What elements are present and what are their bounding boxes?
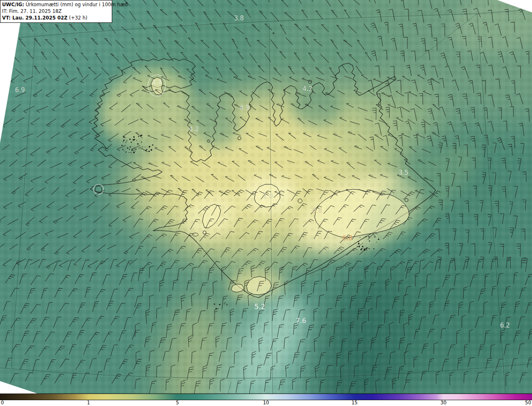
precip-label: 4.3 [239,104,249,112]
colorbar-tick-10: 10 [263,400,269,406]
colorbar-tick-1: 1 [87,400,90,406]
precip-label: 3.5 [399,169,409,176]
precip-label: 1.0 [263,193,273,200]
colorbar-gradient [0,394,532,400]
title-box: UWC/IG: Úrkomumætti (mm) og vindur i 100… [0,0,112,23]
product-description: Úrkomumætti (mm) og vindur i 100m hæð [24,2,128,7]
precip-label: 6.9 [15,86,25,94]
colorbar-tick-50: 50 [525,400,531,406]
colorbar-tick-5: 5 [176,400,179,406]
precip-label: 0.8 [342,235,352,242]
colorbar-tick-15: 15 [352,400,358,406]
valid-time: VT: Lau. 29.11.2025 02Z (+32 h) [2,15,110,21]
colorbar-tick-labels: 01510153050 [0,400,532,406]
valid-time-main: VT: Lau. 29.11.2025 02Z [2,15,67,21]
precip-label: 2.3 [153,78,162,85]
precip-label: 6.2 [500,322,510,329]
precip-label: 3.8 [234,15,244,22]
weather-map: 3.86.92.34.24.34.23.51.00.80.85.27.66.2 [0,0,532,394]
product-code: UWC/IG: [2,2,24,7]
valid-time-offset: (+32 h) [67,15,87,21]
init-time: IT: Fim. 27. 11. 2025 18Z [2,8,110,15]
product-title: UWC/IG: Úrkomumætti (mm) og vindur i 100… [2,1,110,8]
colorbar-tick-0: 0 [1,400,4,406]
precip-label: 7.6 [296,317,306,325]
colorbar-tick-30: 30 [441,400,447,406]
colorbar: 01510153050 [0,394,532,406]
precip-label: 4.2 [303,85,313,93]
precip-label: 5.2 [254,303,265,311]
precip-label: 0.8 [312,207,322,215]
weather-map-app: 3.86.92.34.24.34.23.51.00.80.85.27.66.2 … [0,0,532,406]
precip-label: 4.2 [189,125,199,133]
